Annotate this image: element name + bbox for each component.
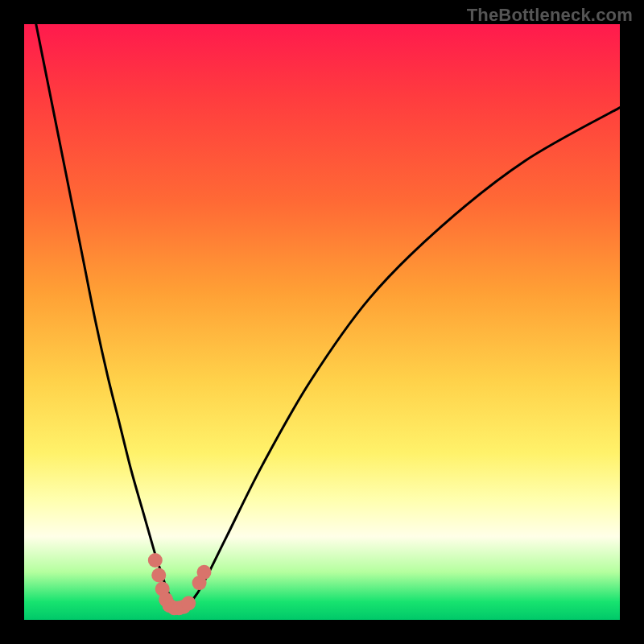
highlight-marker xyxy=(151,568,166,583)
curve-layer xyxy=(24,24,620,620)
highlight-marker xyxy=(181,596,196,610)
plot-area xyxy=(24,24,620,620)
chart-frame: TheBottleneck.com xyxy=(0,0,644,644)
marker-group xyxy=(148,553,212,615)
bottleneck-curve-path xyxy=(36,24,620,609)
highlight-marker xyxy=(196,565,211,580)
highlight-marker xyxy=(148,553,163,568)
watermark-text: TheBottleneck.com xyxy=(467,5,633,26)
